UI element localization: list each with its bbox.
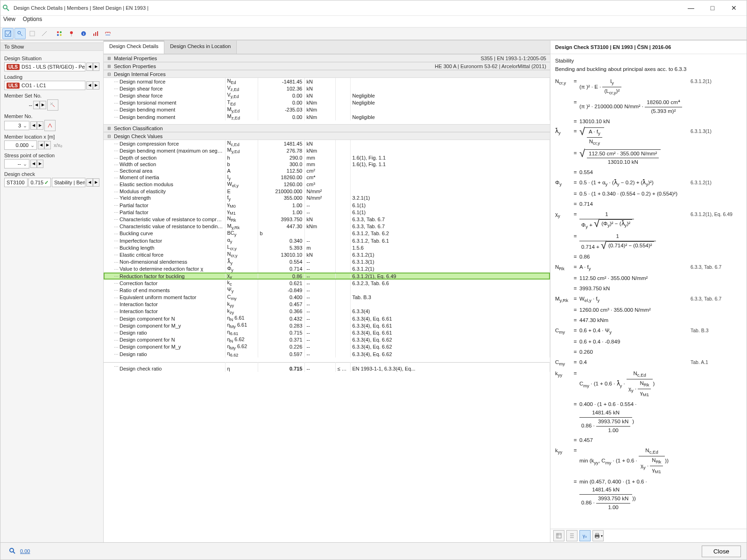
table-row[interactable]: Partial factorγM01.00--6.1(1)	[104, 202, 550, 209]
table-row[interactable]: Correction factorkc0.621--6.3.2.3, Tab. …	[104, 280, 550, 287]
table-row[interactable]: Reduction factor for bucklingχy0.86--6.3…	[104, 273, 550, 280]
table-row[interactable]: Design bending momentMy,Ed-235.03kNm	[104, 106, 550, 113]
table-row[interactable]: Design shear forceVy,Ed0.00kNNegligible	[104, 92, 550, 99]
table-row[interactable]: Yield strengthfy355.000N/mm²3.2.1(1)	[104, 195, 550, 202]
group-dcv[interactable]: ⊟Design Check Values	[104, 132, 550, 140]
table-row[interactable]: Buckling lengthLcr,y5.393m1.5.6	[104, 244, 550, 251]
maximize-icon[interactable]: □	[702, 0, 723, 15]
member-no-pick[interactable]	[44, 120, 56, 131]
table-row[interactable]: Buckling curveBCyb6.3.1.2, Tab. 6.2	[104, 230, 550, 237]
total-row[interactable]: Design check ratioη0.715--≤ 1 ✓EN 1993-1…	[104, 363, 550, 372]
loading-dropdown[interactable]: ULS CO1 - LC1	[4, 81, 85, 90]
table-row[interactable]: Interaction factorkyy0.457--	[104, 301, 550, 308]
ms-next[interactable]: ▶	[40, 101, 46, 109]
grid[interactable]: ⊞Material PropertiesS355 | EN 1993-1-1:2…	[104, 54, 550, 542]
tab-location[interactable]: Design Checks in Location	[164, 41, 237, 54]
ml-next[interactable]: ▶	[44, 141, 51, 149]
tab-details[interactable]: Design Check Details	[104, 41, 164, 54]
table-row[interactable]: Design ratioη6.610.715--6.3.3(4), Eq. 6.…	[104, 329, 550, 336]
table-row[interactable]: Design normal forceNEd-1481.45kN	[104, 78, 550, 85]
tool-push[interactable]	[66, 28, 77, 39]
table-row[interactable]: Design shear forceVz,Ed102.36kN	[104, 85, 550, 92]
table-row[interactable]: Moment of inertiaIy18260.00cm⁴	[104, 174, 550, 181]
close-icon[interactable]: ✕	[723, 0, 745, 15]
table-row[interactable]: Imperfection factorαy0.340--6.3.1.2, Tab…	[104, 237, 550, 244]
table-row[interactable]: Sectional areaA112.50cm²	[104, 168, 550, 174]
table-row[interactable]: Elastic critical forceNcr,y13010.10kN6.3…	[104, 251, 550, 258]
tool-ruler[interactable]	[102, 28, 113, 39]
table-row[interactable]: Design component for NηN 6.620.371--6.3.…	[104, 336, 550, 343]
mn-prev[interactable]: ◀	[30, 121, 37, 130]
table-row[interactable]: Depth of sectionh290.0mm1.6(1), Fig. 1.1	[104, 154, 550, 161]
member-set-pick[interactable]	[47, 99, 58, 111]
table-row[interactable]: Design component for NηN 6.610.432--6.3.…	[104, 315, 550, 322]
table-row[interactable]: Design bending moment (maximum on segmen…	[104, 147, 550, 154]
svg-rect-14	[97, 31, 98, 36]
svg-point-2	[18, 31, 21, 34]
sp-next[interactable]: ▶	[37, 160, 43, 168]
detail-body[interactable]: Stability Bending and buckling about pri…	[550, 54, 747, 529]
tool-2[interactable]	[14, 28, 26, 39]
minimize-icon[interactable]: —	[680, 0, 702, 15]
tool-3[interactable]	[27, 28, 38, 39]
tool-4[interactable]	[39, 28, 50, 39]
table-row[interactable]: Value to determine reduction factor χΦy0…	[104, 266, 550, 273]
table-row[interactable]: Design component for M_yηMy 6.620.226--6…	[104, 343, 550, 350]
sidebar-header: To Show	[0, 42, 103, 51]
ld-prev[interactable]: ◀	[86, 81, 93, 90]
table-row[interactable]: Interaction factorkzy0.366--6.3.3(4)	[104, 308, 550, 315]
dc-prev[interactable]: ◀	[86, 178, 93, 187]
svg-point-5	[57, 31, 59, 33]
tool-1[interactable]	[2, 28, 14, 39]
ld-next[interactable]: ▶	[93, 81, 99, 90]
group-classif[interactable]: ⊞Section Classification	[104, 124, 550, 132]
table-row[interactable]: Equivalent uniform moment factorCmy0.400…	[104, 294, 550, 301]
group-material[interactable]: ⊞Material PropertiesS355 | EN 1993-1-1:2…	[104, 54, 550, 62]
table-row[interactable]: Design ratioη6.620.597--6.3.3(4), Eq. 6.…	[104, 350, 550, 357]
table-row[interactable]: Non-dimensional slendernessλ̄y0.554--6.3…	[104, 259, 550, 266]
table-row[interactable]: Design compression forceNc,Ed1481.45kN	[104, 140, 550, 147]
table-row[interactable]: Elastic section modulusWel,y1260.00cm³	[104, 181, 550, 188]
table-row[interactable]: Design component for M_yηMy 6.610.283--6…	[104, 322, 550, 329]
table-row[interactable]: Characteristic value of resistance to be…	[104, 223, 550, 230]
detail-panel: Design Check ST3100 | EN 1993 | ČSN | 20…	[550, 41, 747, 542]
menu-view[interactable]: View	[3, 16, 15, 25]
tool-chart[interactable]	[90, 28, 101, 39]
member-loc-mode[interactable]: x/x₀	[52, 142, 64, 148]
member-set-value: --	[4, 102, 32, 108]
sp-prev[interactable]: ◀	[30, 160, 37, 168]
print-icon[interactable]: ▾	[592, 530, 604, 541]
table-row[interactable]: Width of sectionb300.0mm1.6(1), Fig. 1.1	[104, 161, 550, 168]
design-situation-dropdown[interactable]: ULS DS1 - ULS (STR/GEO) - Permanent ...	[4, 62, 85, 71]
ds-prev[interactable]: ◀	[86, 63, 93, 71]
group-section[interactable]: ⊞Section PropertiesHE 300 A | Euronorm 5…	[104, 62, 550, 70]
table-row[interactable]: Design bending momentMz,Ed0.00kNmNegligi…	[104, 113, 550, 120]
design-check-label: Design check	[4, 171, 99, 177]
detail-btn1[interactable]	[553, 530, 564, 541]
table-row[interactable]: Design torsional momentTEd0.00kNmNegligi…	[104, 99, 550, 106]
member-loc-input[interactable]: 0.000⌄	[4, 140, 37, 150]
tool-info[interactable]: i	[78, 28, 89, 39]
table-row[interactable]: Ratio of end momentsΨy-0.849--	[104, 287, 550, 294]
table-row[interactable]: Characteristic value of resistance to co…	[104, 216, 550, 223]
status-zoom-icon[interactable]	[9, 547, 16, 555]
member-no-dropdown[interactable]: 3⌄	[4, 121, 29, 130]
svg-rect-15	[557, 533, 561, 538]
close-button[interactable]: Close	[702, 546, 741, 557]
menu-options[interactable]: Options	[23, 16, 42, 25]
ms-prev[interactable]: ◀	[33, 101, 40, 109]
group-dif[interactable]: ⊟Design Internal Forces	[104, 70, 550, 78]
menubar: View Options	[0, 16, 747, 27]
detail-btn3[interactable]: γₐ	[579, 530, 591, 541]
tool-colors[interactable]	[54, 28, 65, 39]
stress-point-dropdown[interactable]: --⌄	[4, 159, 29, 168]
table-row[interactable]: Modulus of elasticityE210000.000N/mm²	[104, 188, 550, 195]
table-row[interactable]: Partial factorγM11.00--6.1(1)	[104, 209, 550, 216]
ml-prev[interactable]: ◀	[38, 141, 44, 149]
design-check-code[interactable]: ST3100	[4, 178, 28, 187]
dc-next[interactable]: ▶	[93, 178, 99, 187]
mn-next[interactable]: ▶	[37, 121, 43, 130]
ds-next[interactable]: ▶	[93, 63, 99, 71]
detail-btn2[interactable]	[566, 530, 578, 541]
design-check-text[interactable]: Stability | Bending a...	[52, 178, 85, 187]
